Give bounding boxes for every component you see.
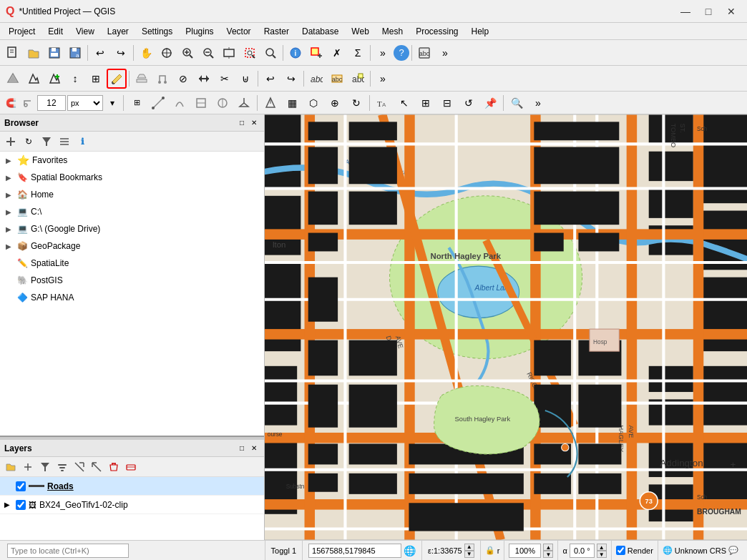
snap-value-input[interactable] bbox=[37, 95, 66, 111]
label-btn-2[interactable]: abc bbox=[327, 69, 347, 89]
layer-item-roads[interactable]: Roads bbox=[0, 477, 264, 496]
locate-input[interactable] bbox=[7, 544, 129, 558]
select-arrow-btn[interactable]: ↖ bbox=[394, 93, 414, 113]
browser-collapse-button[interactable] bbox=[57, 134, 72, 149]
more-tools-button[interactable]: » bbox=[373, 43, 393, 63]
open-project-button[interactable] bbox=[24, 43, 44, 63]
browser-item-bookmarks[interactable]: ▶ 🔖 Spatial Bookmarks bbox=[0, 169, 264, 186]
edit-btn-5[interactable] bbox=[194, 69, 214, 89]
browser-add-button[interactable] bbox=[3, 134, 19, 149]
browser-item-saphana[interactable]: 🔷 SAP HANA bbox=[0, 289, 264, 306]
rotation-up-button[interactable]: ▲ bbox=[597, 544, 607, 551]
label-btn-3[interactable]: abc bbox=[348, 69, 368, 89]
browser-item-spatialite[interactable]: ✏️ SpatiaLite bbox=[0, 255, 264, 272]
label-btn-1[interactable]: abc bbox=[306, 69, 326, 89]
layers-header-controls[interactable]: □ ✕ bbox=[236, 443, 260, 454]
edit-btn-3[interactable] bbox=[152, 69, 172, 89]
zoom-down-button[interactable]: ▼ bbox=[543, 551, 553, 558]
maximize-button[interactable]: □ bbox=[698, 4, 718, 19]
identify-button[interactable]: i bbox=[285, 43, 306, 63]
save-as-button[interactable]: a bbox=[65, 43, 85, 63]
zoom-selection-button[interactable] bbox=[240, 43, 260, 63]
snap-edit-button[interactable] bbox=[20, 95, 36, 111]
undo-edit-button[interactable]: ↩ bbox=[260, 69, 280, 89]
select-minus-btn[interactable]: ⊟ bbox=[437, 93, 457, 113]
browser-item-favorites[interactable]: ▶ ⭐ Favorites bbox=[0, 152, 264, 169]
select-features-button[interactable] bbox=[306, 43, 326, 63]
layers-close-button[interactable]: ✕ bbox=[248, 443, 260, 454]
snap-unit-select[interactable]: px mm m bbox=[67, 95, 103, 111]
layers-expand-button[interactable] bbox=[72, 459, 87, 475]
browser-float-button[interactable]: □ bbox=[236, 117, 248, 129]
browser-filter-button[interactable] bbox=[39, 134, 54, 149]
menu-raster[interactable]: Raster bbox=[258, 25, 295, 38]
coordinates-input[interactable]: 1567588,5179845 bbox=[308, 544, 401, 558]
adv-digitize-btn-5[interactable] bbox=[213, 93, 233, 113]
snap-more-button[interactable]: ▾ bbox=[104, 95, 120, 111]
adv-digitize-btn-4[interactable] bbox=[191, 93, 211, 113]
select-poly-btn[interactable]: ⬡ bbox=[303, 93, 323, 113]
layers-add-button[interactable] bbox=[20, 459, 36, 475]
help-button[interactable]: ? bbox=[394, 45, 409, 61]
layer-visible-roads[interactable] bbox=[16, 481, 26, 491]
layers-collapse-button[interactable] bbox=[89, 459, 104, 475]
menu-vector[interactable]: Vector bbox=[221, 25, 257, 38]
zoom-full-button[interactable] bbox=[219, 43, 239, 63]
menu-web[interactable]: Web bbox=[346, 25, 374, 38]
deselect-button[interactable]: ✗ bbox=[327, 43, 347, 63]
scale-down-button[interactable]: ▼ bbox=[464, 551, 474, 558]
edit-btn-7[interactable]: ⊎ bbox=[235, 69, 255, 89]
menu-settings[interactable]: Settings bbox=[136, 25, 178, 38]
layers-remove-button[interactable] bbox=[106, 459, 122, 475]
scale-up-button[interactable]: ▲ bbox=[464, 544, 474, 551]
edit-btn-4[interactable]: ⊘ bbox=[173, 69, 193, 89]
save-project-button[interactable] bbox=[44, 43, 64, 63]
digitize-button[interactable] bbox=[24, 69, 44, 89]
select-rect-btn[interactable]: ▦ bbox=[282, 93, 302, 113]
search-btn[interactable]: 🔍 bbox=[507, 93, 527, 113]
adv-digitize-btn-2[interactable] bbox=[148, 93, 168, 113]
layers-open-button[interactable] bbox=[3, 459, 19, 475]
menu-plugins[interactable]: Plugins bbox=[180, 25, 219, 38]
text-format-btn-1[interactable]: TA bbox=[373, 93, 393, 113]
add-feature-button[interactable] bbox=[44, 69, 64, 89]
layer-visible-raster[interactable] bbox=[16, 500, 26, 510]
adv-digitize-btn-3[interactable] bbox=[170, 93, 190, 113]
menu-edit[interactable]: Edit bbox=[42, 25, 69, 38]
zoom-in-button[interactable] bbox=[177, 43, 197, 63]
map-tip-btn[interactable] bbox=[260, 93, 280, 113]
pan-rotate-btn[interactable]: ↻ bbox=[346, 93, 366, 113]
map-area[interactable]: Albert Lake Avon River Ōtākaro bbox=[265, 114, 747, 540]
node-tool-button[interactable]: ⊞ bbox=[86, 69, 106, 89]
pan-to-button[interactable]: ⊕ bbox=[325, 93, 345, 113]
rotation-input[interactable] bbox=[570, 544, 595, 558]
adv-digitize-btn-1[interactable]: ⊞ bbox=[127, 93, 147, 113]
menu-mesh[interactable]: Mesh bbox=[376, 25, 409, 38]
edit-btn-6[interactable]: ✂ bbox=[215, 69, 235, 89]
undo-button[interactable]: ↩ bbox=[90, 43, 110, 63]
browser-item-c[interactable]: ▶ 💻 C:\ bbox=[0, 203, 264, 220]
open-field-calc-button[interactable]: abc bbox=[414, 43, 434, 63]
menu-processing[interactable]: Processing bbox=[410, 25, 464, 38]
menu-help[interactable]: Help bbox=[466, 25, 495, 38]
render-checkbox[interactable] bbox=[616, 546, 625, 555]
browser-item-geopackage[interactable]: ▶ 📦 GeoPackage bbox=[0, 237, 264, 255]
more-nav-btn[interactable]: » bbox=[528, 93, 548, 113]
titlebar-controls[interactable]: — □ ✕ bbox=[675, 4, 741, 19]
layer-properties-button[interactable] bbox=[3, 69, 23, 89]
zoom-layer-button[interactable] bbox=[260, 43, 280, 63]
layers-filter-button[interactable] bbox=[37, 459, 53, 475]
pan-map-button[interactable]: ✋ bbox=[136, 43, 156, 63]
snap-toggle-button[interactable]: 🧲 bbox=[3, 95, 19, 111]
move-feature-button[interactable]: ↕ bbox=[65, 69, 85, 89]
layers-float-button[interactable]: □ bbox=[236, 443, 248, 454]
browser-item-gdrive[interactable]: ▶ 💻 G:\ (Google Drive) bbox=[0, 220, 264, 237]
open-attribute-table-button[interactable]: » bbox=[435, 43, 455, 63]
menu-layer[interactable]: Layer bbox=[102, 25, 135, 38]
redo-edit-button[interactable]: ↪ bbox=[281, 69, 301, 89]
zoom-input[interactable] bbox=[509, 544, 541, 558]
more-editing-button[interactable]: » bbox=[373, 69, 393, 89]
layer-item-raster[interactable]: ▶ 🖼 BX24_GeoTifv1-02-clip bbox=[0, 496, 264, 514]
statistics-button[interactable]: Σ bbox=[348, 43, 368, 63]
browser-item-postgis[interactable]: 🐘 PostGIS bbox=[0, 272, 264, 289]
